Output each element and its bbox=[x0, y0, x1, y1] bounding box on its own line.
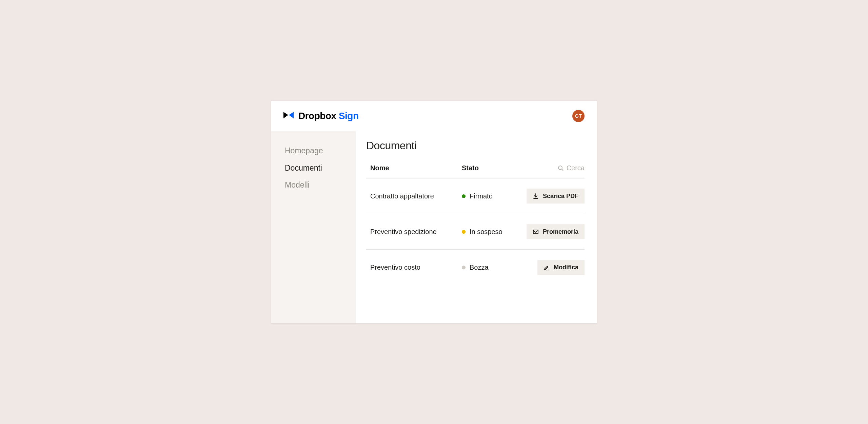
status-label: Bozza bbox=[470, 264, 489, 271]
status-dot-icon bbox=[462, 230, 466, 234]
status-dot-icon bbox=[462, 194, 466, 198]
search-icon bbox=[558, 165, 564, 171]
svg-line-1 bbox=[562, 169, 563, 171]
table-header: Nome Stato Cerca bbox=[366, 164, 585, 178]
column-header-status: Stato bbox=[462, 164, 558, 172]
table-row: Contratto appaltatore Firmato bbox=[366, 178, 585, 214]
header: Dropbox Sign GT bbox=[271, 101, 597, 131]
action-label: Modifica bbox=[554, 264, 578, 271]
sidebar-item-modelli[interactable]: Modelli bbox=[285, 176, 356, 194]
status-dot-icon bbox=[462, 266, 466, 269]
sidebar: Homepage Documenti Modelli bbox=[271, 131, 356, 323]
document-name: Preventivo spedizione bbox=[366, 228, 462, 236]
document-name: Contratto appaltatore bbox=[366, 192, 462, 200]
edit-icon bbox=[544, 265, 550, 271]
status-cell: Firmato bbox=[462, 192, 527, 200]
status-label: Firmato bbox=[470, 192, 493, 200]
download-pdf-button[interactable]: Scarica PDF bbox=[527, 189, 585, 204]
action-label: Promemoria bbox=[543, 228, 578, 235]
table-row: Preventivo costo Bozza Modifica bbox=[366, 250, 585, 285]
status-cell: Bozza bbox=[462, 264, 537, 271]
avatar[interactable]: GT bbox=[572, 110, 585, 122]
dropbox-sign-logo-icon bbox=[283, 111, 294, 121]
svg-point-0 bbox=[558, 166, 562, 170]
action-label: Scarica PDF bbox=[543, 193, 578, 200]
app-window: Dropbox Sign GT Homepage Documenti Model… bbox=[271, 101, 597, 323]
main-content: Documenti Nome Stato Cerca Contratto app… bbox=[356, 131, 597, 323]
status-cell: In sospeso bbox=[462, 228, 527, 236]
page-title: Documenti bbox=[366, 139, 585, 152]
mail-icon bbox=[533, 229, 539, 235]
status-label: In sospeso bbox=[470, 228, 502, 236]
document-name: Preventivo costo bbox=[366, 264, 462, 271]
edit-button[interactable]: Modifica bbox=[537, 260, 585, 275]
sidebar-item-homepage[interactable]: Homepage bbox=[285, 142, 356, 159]
download-icon bbox=[533, 193, 539, 199]
table-row: Preventivo spedizione In sospeso Promem bbox=[366, 214, 585, 250]
logo-text: Dropbox Sign bbox=[298, 111, 359, 121]
search-input[interactable]: Cerca bbox=[558, 164, 585, 172]
search-placeholder: Cerca bbox=[567, 164, 585, 172]
logo[interactable]: Dropbox Sign bbox=[283, 111, 359, 121]
body: Homepage Documenti Modelli Documenti Nom… bbox=[271, 131, 597, 323]
column-header-name: Nome bbox=[366, 164, 462, 172]
sidebar-item-documenti[interactable]: Documenti bbox=[285, 159, 356, 177]
reminder-button[interactable]: Promemoria bbox=[527, 224, 585, 239]
